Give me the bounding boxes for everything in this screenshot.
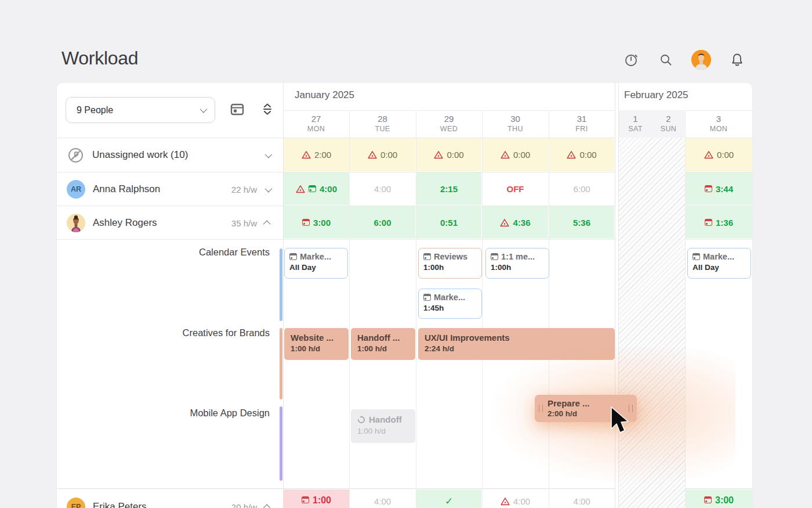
section-color-bar-salmon (280, 328, 282, 399)
day-header-mon27: 27 MON (283, 110, 349, 138)
cell-ashley-wed29[interactable]: 0:51 (416, 206, 481, 239)
row-person-ashley[interactable]: Ashley Rogers 35 h/w (57, 206, 283, 240)
cell-value: 4:36 (513, 218, 530, 228)
cell-ashley-tue28[interactable]: 6:00 (350, 206, 415, 239)
cell-ashley-mon3[interactable]: 1:36 (686, 206, 752, 239)
notifications-bell-icon[interactable] (729, 52, 745, 68)
sort-rows-icon[interactable] (261, 102, 274, 119)
cell-value: 4:00 (374, 496, 391, 506)
person-hours: 35 h/w (231, 218, 257, 228)
person-hours: 20 h/w (231, 502, 257, 508)
task-title: Handoff (369, 415, 402, 424)
cell-anna-mon27[interactable]: 4:00 (284, 172, 349, 205)
task-bar-handoff[interactable]: Handoff ... 1:00 h/d (351, 328, 415, 360)
person-name: Erika Peters (93, 501, 231, 508)
cell-unassigned-tue28[interactable]: 0:00 (350, 138, 415, 171)
row-person-erika[interactable]: EP Erika Peters 20 h/w (57, 490, 283, 508)
event-card-marketing-mon27[interactable]: Marke... All Day (284, 248, 348, 279)
chevron-up-icon[interactable] (263, 504, 271, 508)
workload-board: January 2025 February 2025 27 MON 28 TUE… (57, 83, 752, 508)
cell-value: 6:00 (573, 184, 590, 194)
cell-ashley-thu30[interactable]: 4:36 (483, 206, 548, 239)
day-name: TUE (375, 125, 390, 134)
cell-unassigned-wed29[interactable]: 0:00 (416, 138, 481, 171)
drag-handle-left[interactable] (539, 405, 543, 412)
row-unassigned-work[interactable]: Unassigned work (10) (57, 138, 283, 172)
day-name: MON (307, 125, 325, 134)
cell-ashley-fri31[interactable]: 5:36 (549, 206, 614, 239)
avatar-initials: EP (67, 498, 85, 508)
cell-ashley-mon27[interactable]: 3:00 (284, 206, 349, 239)
day-name: THU (507, 125, 523, 134)
day-header-wed29: 29 WED (416, 110, 482, 138)
cell-unassigned-thu30[interactable]: 0:00 (483, 138, 548, 171)
task-rate: 1:00 h/d (357, 427, 409, 435)
warning-icon (567, 150, 576, 159)
chevron-down-icon[interactable] (265, 185, 273, 192)
cell-value: 2:15 (440, 184, 458, 194)
cell-anna-mon3[interactable]: 3:44 (686, 172, 752, 205)
cell-unassigned-fri31[interactable]: 0:00 (549, 138, 614, 171)
event-title: Marke... (434, 293, 465, 302)
day-header-fri31: 31 FRI (549, 110, 615, 138)
warning-icon (302, 150, 311, 159)
search-icon[interactable] (658, 52, 674, 68)
checkmark: ✓ (445, 495, 453, 507)
event-title: Marke... (300, 252, 331, 261)
cell-value: 2:00 (314, 150, 331, 160)
cell-erika-fri31[interactable]: 4:00 (549, 489, 614, 508)
cell-value: 4:00 (320, 184, 337, 194)
row-person-anna[interactable]: AR Anna Ralphson 22 h/w (57, 172, 283, 206)
calendar-icon (693, 253, 700, 260)
cell-value: 0:00 (380, 150, 397, 160)
calendar-icon (491, 253, 498, 260)
cell-erika-mon27[interactable]: 1:00 OVER (284, 489, 349, 508)
section-color-bar-purple (280, 406, 282, 481)
unassigned-label: Unassigned work (10) (92, 149, 265, 161)
avatar-initials: AR (67, 180, 85, 199)
event-card-reviews-wed29[interactable]: Reviews 1:00h (418, 248, 482, 279)
task-bar-uxui-improvements[interactable]: UX/UI Improvements 2:24 h/d (418, 328, 615, 360)
timer-icon[interactable] (624, 52, 640, 68)
event-card-marketing-mon3[interactable]: Marke... All Day (687, 248, 751, 279)
event-title: 1:1 me... (501, 252, 535, 261)
calendar-view-icon[interactable] (229, 101, 245, 120)
cell-value: 0:00 (447, 150, 463, 160)
cell-anna-wed29[interactable]: 2:15 (416, 172, 481, 205)
chevron-down-icon[interactable] (265, 150, 273, 158)
chevron-up-icon[interactable] (263, 220, 271, 228)
cell-value: 5:36 (573, 218, 590, 228)
calendar-icon (423, 294, 431, 301)
event-card-marketing-wed29[interactable]: Marke... 1:45h (418, 289, 482, 319)
cell-unassigned-mon3[interactable]: 0:00 (686, 138, 752, 171)
day-name: WED (440, 125, 458, 134)
section-label-mobile: Mobile App Design (57, 408, 270, 419)
day-number: 3 (716, 114, 721, 125)
people-selector[interactable]: 9 People (66, 97, 215, 123)
task-rate: 1:00 h/d (357, 344, 409, 353)
person-name: Ashley Rogers (93, 217, 231, 229)
section-label-creatives: Creatives for Brands (57, 327, 270, 338)
user-avatar[interactable] (691, 50, 711, 70)
cell-anna-fri31[interactable]: 6:00 (549, 172, 614, 205)
cell-value: OFF (507, 184, 524, 194)
task-rate: 2:24 h/d (425, 344, 608, 353)
cell-value: 4:00 (374, 184, 391, 194)
bell-icon-svg (730, 52, 744, 67)
event-title: Reviews (434, 252, 467, 261)
event-time: 1:00h (491, 263, 544, 272)
task-rate: 1:00 h/d (291, 344, 342, 353)
cell-anna-thu30[interactable]: OFF (483, 172, 548, 205)
cell-erika-tue28[interactable]: 4:00 (350, 489, 415, 508)
warning-icon (434, 150, 443, 159)
unassigned-icon (68, 147, 84, 163)
event-card-11meeting-thu30[interactable]: 1:1 me... 1:00h (485, 248, 549, 279)
cell-erika-mon3[interactable]: 3:00 (686, 489, 752, 508)
task-bar-website[interactable]: Website ... 1:00 h/d (284, 328, 349, 360)
calendar-icon (705, 185, 712, 192)
event-time: All Day (289, 263, 343, 272)
cell-anna-tue28[interactable]: 4:00 (350, 172, 415, 205)
cell-unassigned-mon27[interactable]: 2:00 (284, 138, 349, 171)
cell-erika-thu30[interactable]: 4:00 (483, 489, 548, 508)
cell-erika-wed29[interactable]: ✓ (416, 489, 481, 508)
